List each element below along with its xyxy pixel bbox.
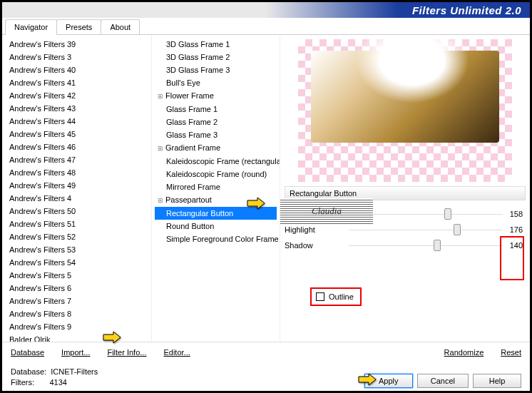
list-item[interactable]: Kaleidoscopic Frame (round) — [155, 168, 277, 180]
list-item[interactable]: Andrew's Filters 42 — [5, 89, 148, 102]
footer: Database: ICNET-Filters Filters: 4134 Ap… — [2, 362, 530, 392]
list-item[interactable]: Andrew's Filters 9 — [5, 320, 148, 333]
list-item[interactable]: Glass Frame 3 — [155, 128, 277, 141]
app-title: Filters Unlimited 2.0 — [412, 4, 521, 16]
list-item[interactable]: Andrew's Filters 49 — [5, 179, 148, 192]
list-item[interactable]: Round Button — [155, 220, 277, 233]
db-label: Database: — [11, 367, 46, 376]
list-item[interactable]: 3D Glass Frame 1 — [155, 38, 277, 51]
tab-presets[interactable]: Presets — [56, 19, 101, 34]
pointer-arrow-icon — [102, 330, 122, 344]
tabstrip: Navigator Presets About — [2, 19, 530, 35]
highlight-outline-annotation: Outline — [310, 287, 362, 306]
filters-count: 4134 — [49, 378, 66, 387]
list-item[interactable]: Andrew's Filters 48 — [5, 166, 148, 179]
list-item[interactable]: Kaleidoscopic Frame (rectangular) — [155, 155, 277, 168]
effect-list[interactable]: 3D Glass Frame 13D Glass Frame 23D Glass… — [152, 35, 280, 342]
list-item[interactable]: Andrew's Filters 47 — [5, 153, 148, 166]
cancel-button[interactable]: Cancel — [417, 374, 469, 388]
list-item[interactable]: Andrew's Filters 50 — [5, 205, 148, 218]
outline-checkbox[interactable] — [316, 292, 324, 301]
list-item[interactable]: Mirrored Frame — [155, 180, 277, 193]
filters-label: Filters: — [11, 378, 34, 387]
preview-image — [298, 39, 512, 182]
list-item[interactable]: Andrew's Filters 52 — [5, 230, 148, 243]
toolbar: Database Import... Filter Info... Editor… — [2, 342, 530, 362]
list-item[interactable]: Andrew's Filters 5 — [5, 269, 148, 282]
tab-about[interactable]: About — [101, 19, 140, 34]
param-slider[interactable] — [349, 223, 503, 236]
param-row: Shadow140 — [285, 238, 526, 253]
list-item[interactable]: Andrew's Filters 45 — [5, 128, 148, 141]
list-item[interactable]: Glass Frame 2 — [155, 116, 277, 128]
list-item[interactable]: Gradient Frame — [155, 141, 277, 155]
list-item[interactable]: Simple Foreground Color Frame — [155, 233, 277, 245]
list-item[interactable]: 3D Glass Frame 2 — [155, 51, 277, 63]
editor-button[interactable]: Editor... — [163, 348, 190, 357]
param-label: Highlight — [285, 225, 349, 234]
filterinfo-button[interactable]: Filter Info... — [107, 348, 146, 357]
help-button[interactable]: Help — [473, 374, 521, 388]
list-item[interactable]: Andrew's Filters 4 — [5, 192, 148, 205]
pointer-arrow-icon — [246, 196, 266, 210]
param-row: Highlight176 — [285, 222, 526, 238]
randomize-button[interactable]: Randomize — [444, 348, 484, 357]
watermark: Claudia — [280, 198, 373, 224]
list-item[interactable]: Andrew's Filters 51 — [5, 218, 148, 230]
list-item[interactable]: Andrew's Filters 7 — [5, 295, 148, 307]
list-item[interactable]: Flower Frame — [155, 89, 277, 103]
param-value: 176 — [503, 225, 526, 234]
highlight-values-annotation — [500, 236, 524, 280]
param-slider[interactable] — [349, 239, 503, 252]
reset-button[interactable]: Reset — [501, 348, 521, 357]
list-item[interactable]: Andrew's Filters 54 — [5, 256, 148, 269]
list-item[interactable]: Bull's Eye — [155, 76, 277, 89]
list-item[interactable]: Andrew's Filters 53 — [5, 243, 148, 256]
list-item[interactable]: Andrew's Filters 46 — [5, 141, 148, 153]
tab-navigator[interactable]: Navigator — [5, 19, 57, 35]
database-button[interactable]: Database — [11, 348, 44, 357]
param-value: 158 — [503, 210, 526, 218]
list-item[interactable]: Balder Olrik — [5, 333, 148, 342]
list-item[interactable]: Andrew's Filters 40 — [5, 63, 148, 76]
import-button[interactable]: Import... — [61, 348, 90, 357]
outline-label: Outline — [329, 292, 354, 301]
list-item[interactable]: Andrew's Filters 44 — [5, 115, 148, 128]
db-name: ICNET-Filters — [51, 367, 98, 376]
list-item[interactable]: Glass Frame 1 — [155, 103, 277, 116]
list-item[interactable]: Andrew's Filters 3 — [5, 51, 148, 63]
list-item[interactable]: Andrew's Filters 6 — [5, 282, 148, 295]
category-list[interactable]: Andrew's Filters 39Andrew's Filters 3And… — [2, 35, 152, 342]
list-item[interactable]: Andrew's Filters 39 — [5, 38, 148, 51]
list-item[interactable]: Andrew's Filters 41 — [5, 76, 148, 89]
param-label: Shadow — [285, 241, 349, 250]
titlebar: Filters Unlimited 2.0 — [2, 2, 530, 18]
list-item[interactable]: Andrew's Filters 43 — [5, 102, 148, 115]
list-item[interactable]: 3D Glass Frame 3 — [155, 63, 277, 76]
pointer-arrow-icon — [357, 372, 377, 387]
list-item[interactable]: Andrew's Filters 8 — [5, 307, 148, 320]
